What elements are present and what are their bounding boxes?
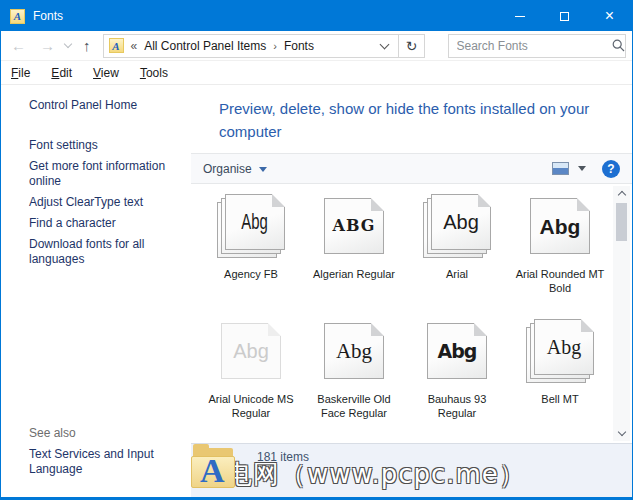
breadcrumb-separator-icon: › <box>273 40 277 52</box>
menu-tools[interactable]: Tools <box>140 66 168 80</box>
minimize-button[interactable] <box>497 1 542 31</box>
item-count: 181 items <box>257 450 309 464</box>
toolbar-right-group: ? <box>552 160 620 178</box>
search-box[interactable] <box>448 34 626 58</box>
sidebar-item-control-panel-home[interactable]: Control Panel Home <box>29 98 183 113</box>
font-label: Baskerville Old Face Regular <box>305 392 403 420</box>
breadcrumb-control-panel-items[interactable]: All Control Panel Items <box>144 39 266 53</box>
search-icon[interactable] <box>612 39 625 52</box>
font-family-stack-icon: Abg <box>526 319 594 385</box>
font-label: Arial <box>446 267 468 281</box>
address-bar[interactable]: A « All Control Panel Items › Fonts ↻ <box>103 34 425 58</box>
font-item-arial-rounded[interactable]: Abg Arial Rounded MT Bold <box>510 194 610 315</box>
main-panel: Preview, delete, show or hide the fonts … <box>191 85 632 497</box>
font-file-icon: ABG <box>320 194 388 260</box>
font-label: Arial Unicode MS Regular <box>202 392 300 420</box>
font-file-icon: Abg <box>320 319 388 385</box>
navigation-bar: ← → ↑ A « All Control Panel Items › Font… <box>1 31 632 61</box>
font-item-bell-mt[interactable]: Abg Bell MT <box>510 319 610 440</box>
sidebar-item-find-character[interactable]: Find a character <box>29 216 183 231</box>
font-label: Arial Rounded MT Bold <box>511 267 609 295</box>
font-file-icon: Abg <box>526 194 594 260</box>
fonts-app-icon: A <box>10 9 25 24</box>
font-item-agency-fb[interactable]: Abg Agency FB <box>201 194 301 315</box>
font-grid: Abg Agency FB ABG Algerian Regular <box>201 194 632 440</box>
font-item-baskerville[interactable]: Abg Baskerville Old Face Regular <box>304 319 404 440</box>
change-view-icon[interactable] <box>552 162 569 175</box>
organise-button[interactable]: Organise <box>203 162 267 176</box>
sidebar-item-text-services[interactable]: Text Services and Input Language <box>29 447 183 477</box>
window-controls: × <box>497 1 632 31</box>
font-label: Bauhaus 93 Regular <box>408 392 506 420</box>
font-file-icon-hidden: Abg <box>217 319 285 385</box>
font-item-algerian[interactable]: ABG Algerian Regular <box>304 194 404 315</box>
title-bar: A Fonts × <box>1 1 632 31</box>
organise-label: Organise <box>203 162 252 176</box>
sidebar: Control Panel Home Font settings Get mor… <box>1 85 191 497</box>
forward-button[interactable]: → <box>40 38 55 53</box>
fonts-location-icon: A <box>109 38 124 53</box>
help-button[interactable]: ? <box>602 160 620 178</box>
chevron-up-icon <box>617 191 625 199</box>
sidebar-spacer <box>29 273 183 426</box>
sidebar-item-font-settings[interactable]: Font settings <box>29 138 183 153</box>
scroll-down-button[interactable] <box>613 426 630 441</box>
sidebar-item-adjust-cleartype[interactable]: Adjust ClearType text <box>29 195 183 210</box>
font-item-arial[interactable]: Abg Arial <box>407 194 507 315</box>
breadcrumb-fonts[interactable]: Fonts <box>284 39 314 53</box>
see-also-label: See also <box>29 426 183 440</box>
breadcrumb-overflow-chevrons[interactable]: « <box>131 39 138 53</box>
organise-dropdown-icon <box>259 167 267 172</box>
font-family-stack-icon: Abg <box>423 194 491 260</box>
window-title: Fonts <box>33 9 63 23</box>
search-input[interactable] <box>449 35 612 57</box>
font-file-icon: Abg <box>423 319 491 385</box>
vertical-scrollbar[interactable] <box>613 186 630 441</box>
close-icon: × <box>605 8 614 24</box>
font-label: Bell MT <box>541 392 578 406</box>
sidebar-item-download-fonts[interactable]: Download fonts for all languages <box>29 237 183 267</box>
refresh-button[interactable]: ↻ <box>398 34 425 58</box>
back-button[interactable]: ← <box>11 38 26 53</box>
menu-file[interactable]: File <box>11 66 30 80</box>
font-item-bauhaus[interactable]: Abg Bauhaus 93 Regular <box>407 319 507 440</box>
maximize-icon <box>560 12 569 21</box>
menu-view[interactable]: View <box>93 66 119 80</box>
recent-locations-chevron-icon[interactable] <box>64 40 72 48</box>
view-dropdown-icon[interactable] <box>578 166 586 171</box>
status-bar: 181 items <box>191 443 632 497</box>
font-label: Agency FB <box>224 267 278 281</box>
menu-edit[interactable]: Edit <box>51 66 72 80</box>
page-title: Preview, delete, show or hide the fonts … <box>219 97 602 153</box>
chevron-down-icon <box>617 428 625 436</box>
scrollbar-thumb[interactable] <box>616 203 627 241</box>
close-button[interactable]: × <box>587 1 632 31</box>
command-toolbar: Organise ? <box>191 153 632 184</box>
minimize-icon <box>515 16 525 17</box>
menu-bar: File Edit View Tools <box>1 61 632 85</box>
font-label: Algerian Regular <box>313 267 395 281</box>
window-body: Control Panel Home Font settings Get mor… <box>1 85 632 497</box>
sidebar-item-get-more-font-info[interactable]: Get more font information online <box>29 159 183 189</box>
font-item-arial-unicode[interactable]: Abg Arial Unicode MS Regular <box>201 319 301 440</box>
font-list: Abg Agency FB ABG Algerian Regular <box>191 184 632 443</box>
address-dropdown-chevron-icon[interactable] <box>379 39 389 49</box>
fonts-window: A Fonts × ← → ↑ A « All Control Panel It… <box>0 0 633 500</box>
scroll-up-button[interactable] <box>613 186 630 201</box>
font-family-stack-icon: Abg <box>217 194 285 260</box>
up-button[interactable]: ↑ <box>83 38 91 53</box>
maximize-button[interactable] <box>542 1 587 31</box>
